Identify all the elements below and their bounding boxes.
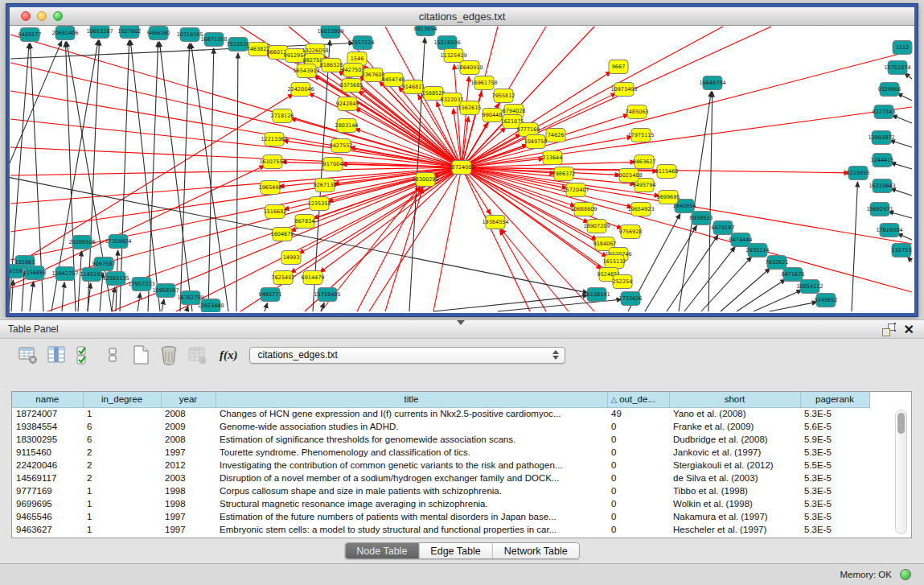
table-cell[interactable]: 2 xyxy=(83,472,161,484)
table-cell[interactable]: 9699695 xyxy=(12,497,83,510)
graph-node[interactable]: 15692971 xyxy=(866,203,893,216)
graph-node[interactable]: 10719185 xyxy=(176,28,203,42)
show-column-icon[interactable] xyxy=(46,344,67,365)
graph-node[interactable]: 17957223 xyxy=(128,278,154,291)
graph-node[interactable]: 9756928 xyxy=(619,225,643,239)
function-builder-icon[interactable]: f(x) xyxy=(220,348,238,362)
graph-node[interactable]: 18640910 xyxy=(456,61,483,75)
graph-node[interactable]: 6914479 xyxy=(302,271,325,285)
table-cell[interactable]: 9115460 xyxy=(12,446,83,459)
table-cell[interactable]: 1 xyxy=(83,407,161,420)
graph-node[interactable]: 1516682 xyxy=(264,205,287,219)
graph-node[interactable]: 12505135 xyxy=(102,272,129,286)
graph-node[interactable]: 8813054 xyxy=(414,26,437,36)
graph-node[interactable]: 22420046 xyxy=(287,83,314,97)
table-row[interactable]: 1872400712008Changes of HCN gene express… xyxy=(12,407,869,420)
table-cell[interactable]: Tourette syndrome. Phenomenology and cla… xyxy=(216,446,607,459)
graph-node[interactable]: 12093872 xyxy=(868,131,894,145)
table-cell[interactable]: Wolkin et al. (1998) xyxy=(669,497,800,510)
table-options-icon[interactable] xyxy=(18,344,39,365)
graph-node[interactable]: 74626 xyxy=(546,129,565,142)
memory-status-indicator[interactable] xyxy=(900,569,911,580)
graph-node[interactable]: 18300295 xyxy=(412,173,438,187)
table-cell[interactable]: 9463627 xyxy=(12,523,83,536)
graph-node[interactable]: 1527602 xyxy=(118,26,142,39)
graph-node[interactable]: 12923448 xyxy=(197,299,224,313)
graph-node[interactable]: 2935114 xyxy=(746,244,770,257)
graph-node[interactable]: 8938923 xyxy=(690,212,713,225)
graph-node[interactable]: 16210643 xyxy=(869,179,895,193)
column-header-short[interactable]: short xyxy=(669,392,800,407)
table-cell[interactable]: 1 xyxy=(83,484,161,497)
table-cell[interactable]: Hescheler et al. (1997) xyxy=(669,523,800,536)
graph-node[interactable]: 9427552 xyxy=(330,139,353,153)
window-titlebar[interactable]: citations_edges.txt xyxy=(10,7,914,26)
graph-node[interactable]: 9115460 xyxy=(655,165,679,179)
graph-node[interactable]: 917004 xyxy=(323,158,343,171)
table-cell[interactable]: 6 xyxy=(83,433,161,446)
network-canvas[interactable]: 9405577206914061065328715276029466160107… xyxy=(10,26,914,312)
graph-node[interactable]: 9227343 xyxy=(873,105,896,119)
graph-node[interactable]: 18724007 xyxy=(448,161,474,175)
graph-node[interactable]: 8215955 xyxy=(847,167,870,180)
graph-node[interactable]: 1615132 xyxy=(603,255,626,269)
graph-node[interactable]: 14993 xyxy=(281,251,301,265)
graph-node[interactable]: 12213363 xyxy=(261,133,287,146)
table-cell[interactable]: 0 xyxy=(607,459,669,472)
graph-node[interactable]: 2718126 xyxy=(271,109,294,123)
graph-node[interactable]: 17975115 xyxy=(627,129,654,142)
table-cell[interactable]: Jankovic et al. (1997) xyxy=(669,446,800,459)
table-cell[interactable]: 14569117 xyxy=(12,472,83,484)
table-cell[interactable]: Nakamura et al. (1997) xyxy=(669,510,800,523)
column-header-year[interactable]: year xyxy=(161,392,216,407)
graph-node[interactable]: 1145191 xyxy=(80,268,104,282)
table-cell[interactable]: 9465546 xyxy=(12,510,83,523)
graph-node[interactable]: 1244415 xyxy=(871,154,894,167)
graph-node[interactable]: 10973493 xyxy=(610,83,637,97)
table-cell[interactable]: Investigating the contribution of common… xyxy=(216,459,607,472)
table-cell[interactable]: Franke et al. (2009) xyxy=(669,420,800,433)
graph-node[interactable]: 16107553 xyxy=(259,155,285,169)
graph-node[interactable]: 7955812 xyxy=(492,89,515,103)
table-cell[interactable]: 0 xyxy=(607,420,669,433)
table-cell[interactable]: 1997 xyxy=(161,523,216,536)
table-cell[interactable]: 1998 xyxy=(161,484,216,497)
graph-node[interactable]: 9245652 xyxy=(815,294,838,307)
table-cell[interactable]: 2008 xyxy=(161,407,216,420)
table-cell[interactable]: 0 xyxy=(607,510,669,523)
graph-node[interactable]: 16961758 xyxy=(470,76,497,90)
tab-edge-table[interactable]: Edge Table xyxy=(419,543,492,558)
graph-node[interactable]: 15720407 xyxy=(562,183,589,197)
column-header-in_degree[interactable]: in_degree xyxy=(83,392,161,407)
table-row[interactable]: 2242004622012Investigating the contribut… xyxy=(12,459,869,472)
table-row[interactable]: 1830029562008Estimation of significance … xyxy=(12,433,869,446)
table-cell[interactable]: Embryonic stem cells: a model to study s… xyxy=(216,523,607,536)
table-row[interactable]: 977716911998Corpus callosum shape and si… xyxy=(12,484,869,497)
table-cell[interactable]: Corpus callosum shape and size in male p… xyxy=(216,484,607,497)
table-cell[interactable]: 0 xyxy=(607,497,669,510)
graph-node[interactable]: 17359924 xyxy=(105,235,131,249)
table-cell[interactable]: 2012 xyxy=(161,459,216,472)
table-cell[interactable]: Tibbo et al. (1998) xyxy=(669,484,800,497)
column-header-pagerank[interactable]: pagerank xyxy=(800,392,869,407)
table-cell[interactable]: 9777169 xyxy=(12,484,83,497)
table-cell[interactable]: 0 xyxy=(607,523,669,536)
graph-node[interactable]: 15218506 xyxy=(433,36,460,50)
table-cell[interactable]: 0 xyxy=(607,446,669,459)
graph-node[interactable]: 867834 xyxy=(295,215,315,229)
graph-node[interactable]: 9485771 xyxy=(259,288,282,302)
table-cell[interactable]: 5.6E-5 xyxy=(800,420,869,433)
column-header-title[interactable]: title xyxy=(216,392,607,407)
table-cell[interactable]: 5.5E-5 xyxy=(800,459,869,472)
graph-node[interactable]: 19384554 xyxy=(482,216,508,229)
tab-network-table[interactable]: Network Table xyxy=(493,543,579,558)
graph-node[interactable]: 8375685 xyxy=(340,79,363,93)
table-cell[interactable]: Yano et al. (2008) xyxy=(669,407,800,420)
graph-node[interactable]: 8186328 xyxy=(320,59,343,72)
graph-node[interactable]: 9699695 xyxy=(657,191,680,204)
graph-node[interactable]: 9667 xyxy=(609,60,628,74)
graph-node[interactable]: 1235355 xyxy=(308,197,331,211)
graph-node[interactable]: 9267130 xyxy=(314,179,337,192)
graph-node[interactable]: 1156868 xyxy=(23,266,47,280)
table-cell[interactable]: Estimation of significance thresholds fo… xyxy=(216,433,607,446)
